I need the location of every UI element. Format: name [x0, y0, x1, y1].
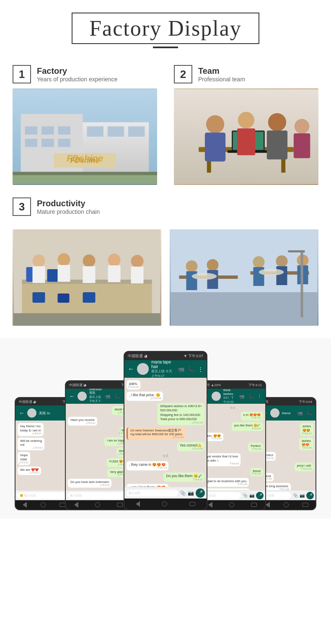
svg-point-64	[192, 273, 217, 280]
send-button-center[interactable]: 🎤	[196, 488, 205, 498]
svg-point-65	[259, 269, 284, 275]
phone-far-left: 中国联通 ◕ 下午 ← 美国 3c hey friend i rectoday …	[15, 397, 73, 510]
video-icon[interactable]: 📹	[105, 394, 111, 399]
home-nav[interactable]	[284, 502, 289, 507]
more-icon-right[interactable]: ⋮	[257, 394, 262, 399]
svg-rect-45	[131, 267, 144, 283]
section-factory: 1 Factory Years of production experience	[13, 65, 157, 185]
svg-point-38	[58, 253, 70, 266]
msg-bubble: lashes😍😍下午9:40	[299, 438, 313, 451]
chat-input-right[interactable]: 输入信息	[202, 492, 241, 499]
attachment-icon[interactable]: 📎	[180, 490, 186, 496]
carrier-left: 中国联通 ◕	[69, 383, 86, 387]
recent-nav[interactable]	[303, 503, 308, 507]
svg-rect-49	[14, 313, 160, 326]
svg-rect-6	[25, 139, 38, 147]
back-nav[interactable]	[74, 502, 78, 508]
back-icon-left[interactable]: ←	[69, 393, 75, 400]
call-icon-fr[interactable]: 📞	[306, 410, 312, 416]
recent-nav[interactable]	[117, 503, 123, 507]
back-nav[interactable]	[23, 502, 27, 508]
svg-point-60	[276, 255, 288, 267]
msg-bubble: Have you receive 上午9:21	[68, 417, 97, 426]
back-nav[interactable]	[266, 502, 270, 508]
svg-rect-67	[288, 250, 305, 252]
msg-bubble: you like them 😊🖊下午8:37	[232, 422, 263, 431]
home-nav[interactable]	[229, 502, 234, 507]
back-nav[interactable]	[136, 501, 140, 507]
msg-bubble: , i like that price. 😊 上午10:59	[127, 392, 163, 401]
back-icon-center[interactable]: ←	[128, 365, 134, 373]
svg-rect-14	[13, 174, 157, 184]
msg-bubble: loyal vendor that i'd loveess with. i下午9…	[202, 453, 240, 466]
back-icon[interactable]: ←	[19, 410, 25, 416]
attachment-icon-right[interactable]: 📎	[243, 493, 248, 498]
svg-point-56	[207, 259, 219, 271]
home-nav[interactable]	[95, 502, 100, 507]
section-3-title: Productivity	[37, 199, 100, 208]
svg-point-25	[238, 112, 254, 128]
video-icon-fr[interactable]: 📹	[297, 410, 303, 416]
video-icon-right[interactable]: 📹	[239, 394, 245, 399]
day-divider-right: 今天	[202, 406, 263, 410]
chat-name-right: think lashes .	[223, 389, 236, 396]
msg-bubble: Hoparelati 上午9:21	[18, 452, 30, 465]
msg-bubble: ear, thanks for letting me know下午1:06	[202, 488, 250, 490]
svg-rect-24	[205, 132, 225, 161]
msg-bubble: hey friend i rectoday & i am in 上午9:21	[18, 423, 44, 436]
send-button-right[interactable]: 🎤	[256, 492, 264, 499]
svg-rect-47	[58, 293, 70, 303]
camera-icon-right[interactable]: 📷	[249, 493, 254, 498]
svg-rect-8	[58, 139, 70, 147]
msg-bubble: Do you like them 😊🖊 下午8:37	[163, 473, 204, 482]
attachment-icon-fr[interactable]: 📎	[293, 493, 298, 498]
svg-rect-9	[87, 126, 103, 137]
svg-point-44	[131, 255, 144, 267]
send-button-far-right[interactable]: 🎤	[306, 492, 314, 499]
chat-name-center: maria tape hair	[151, 360, 175, 369]
more-icon-center[interactable]: ⋮	[198, 366, 203, 372]
team-image	[174, 88, 318, 185]
svg-rect-4	[41, 126, 54, 135]
phone-right: 信号 ▲23% 下午4:11 ← think lashes . 9/27, 下午…	[199, 380, 266, 510]
svg-rect-61	[277, 266, 287, 285]
phones-row: 中国联通 ◕ 下午 ← 美国 3c hey friend i rectoday …	[4, 351, 327, 510]
day-divider: 今天	[127, 454, 204, 458]
section-3-label: 3 Productivity Mature production chain	[0, 185, 331, 225]
msg-bubble: Do you have lash extension上午9:22	[68, 479, 111, 488]
msg-bubble: Yes correct🤙 上午11:06	[177, 442, 204, 451]
msg-bubble: , yes i love them. 😍😍 下午9:40	[127, 484, 168, 487]
svg-rect-57	[207, 270, 218, 289]
section-number-3: 3	[13, 197, 31, 216]
home-nav[interactable]	[41, 502, 46, 507]
chat-input-left[interactable]: 输入信息	[67, 492, 129, 499]
msg-bubble: , they came in 😍😍😍 下午7:17	[127, 461, 168, 470]
msg-bubble: e in 😍😍😍下午7:17	[241, 412, 263, 421]
phone-far-right: 信号 下午3:04 ← friend 📹 📞 as	[258, 397, 316, 510]
recent-nav[interactable]	[189, 502, 195, 506]
svg-point-36	[33, 254, 45, 267]
back-nav[interactable]	[208, 502, 212, 508]
chat-input-center[interactable]: 输入信息	[126, 490, 178, 496]
svg-rect-11	[128, 126, 145, 137]
home-nav[interactable]	[162, 501, 167, 506]
video-icon-center[interactable]: 📹	[178, 366, 184, 372]
msg-bubble: ashes😍😍下午8:37	[300, 423, 313, 436]
camera-icon-fr[interactable]: 📷	[300, 493, 305, 498]
camera-icon[interactable]: 📷	[188, 490, 194, 496]
svg-rect-3	[25, 126, 38, 135]
phone-left: 中国联通 ◕ 下午 ← hair extension英国 最后上线 于昨天下午7…	[65, 380, 132, 510]
call-icon-center[interactable]: 📞	[188, 366, 194, 372]
svg-point-23	[206, 115, 224, 133]
recent-nav[interactable]	[251, 503, 257, 507]
call-icon[interactable]: 📞	[114, 394, 120, 399]
section-number-2: 2	[174, 65, 192, 83]
section-3-subtitle: Mature production chain	[37, 208, 100, 215]
chat-input-far-left[interactable]: 😊 输入信息	[17, 492, 71, 499]
chat-name-far-right: friend	[282, 411, 295, 415]
call-icon-right[interactable]: 📞	[248, 394, 254, 399]
svg-rect-5	[58, 126, 70, 135]
phones-section: 中国联通 ◕ 下午 ← 美国 3c hey friend i rectoday …	[0, 338, 331, 519]
svg-rect-30	[294, 133, 310, 158]
svg-rect-43	[108, 265, 121, 282]
